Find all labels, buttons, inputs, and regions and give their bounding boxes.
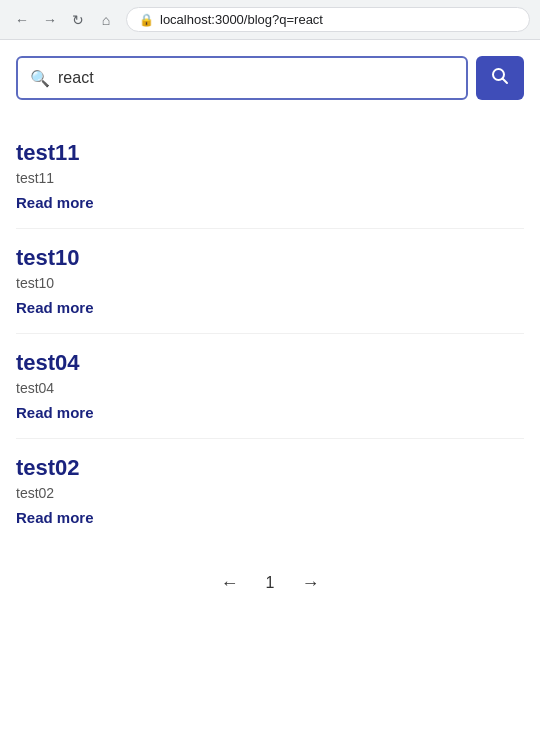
search-button[interactable]	[476, 56, 524, 100]
lock-icon: 🔒	[139, 13, 154, 27]
url-text: localhost:3000/blog?q=react	[160, 12, 323, 27]
post-item-3: test02 test02 Read more	[16, 439, 524, 543]
read-more-button-2[interactable]: Read more	[16, 404, 94, 421]
post-item-0: test11 test11 Read more	[16, 124, 524, 229]
back-button[interactable]: ←	[10, 8, 34, 32]
post-excerpt-1: test10	[16, 275, 524, 291]
next-icon: →	[301, 573, 319, 594]
search-input-wrapper: 🔍	[16, 56, 468, 100]
home-button[interactable]: ⌂	[94, 8, 118, 32]
search-icon: 🔍	[30, 69, 50, 88]
nav-buttons: ← → ↻ ⌂	[10, 8, 118, 32]
page-content: 🔍 test11 test11 Read more test10 test10 …	[0, 40, 540, 631]
post-title-1: test10	[16, 245, 524, 271]
forward-button[interactable]: →	[38, 8, 62, 32]
prev-icon: ←	[221, 573, 239, 594]
read-more-button-0[interactable]: Read more	[16, 194, 94, 211]
search-input[interactable]	[58, 69, 454, 87]
prev-page-button[interactable]: ←	[214, 567, 246, 599]
next-page-button[interactable]: →	[294, 567, 326, 599]
svg-line-1	[503, 78, 508, 83]
post-title-0: test11	[16, 140, 524, 166]
search-button-icon	[490, 66, 510, 91]
browser-chrome: ← → ↻ ⌂ 🔒 localhost:3000/blog?q=react	[0, 0, 540, 40]
post-item-2: test04 test04 Read more	[16, 334, 524, 439]
pagination: ← 1 →	[16, 543, 524, 615]
read-more-button-3[interactable]: Read more	[16, 509, 94, 526]
post-item-1: test10 test10 Read more	[16, 229, 524, 334]
post-excerpt-2: test04	[16, 380, 524, 396]
current-page: 1	[266, 574, 275, 592]
refresh-button[interactable]: ↻	[66, 8, 90, 32]
address-bar[interactable]: 🔒 localhost:3000/blog?q=react	[126, 7, 530, 32]
post-excerpt-0: test11	[16, 170, 524, 186]
read-more-button-1[interactable]: Read more	[16, 299, 94, 316]
post-title-2: test04	[16, 350, 524, 376]
search-container: 🔍	[16, 56, 524, 100]
post-excerpt-3: test02	[16, 485, 524, 501]
post-list: test11 test11 Read more test10 test10 Re…	[16, 124, 524, 543]
post-title-3: test02	[16, 455, 524, 481]
